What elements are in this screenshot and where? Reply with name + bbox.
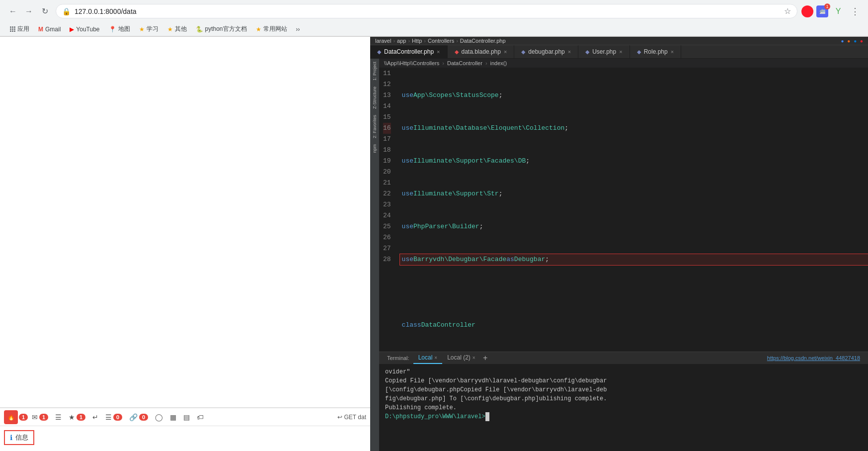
opera-icon[interactable] [801,5,813,17]
blade-file-icon: ◆ [455,49,459,55]
auth-icon: ◯ [155,413,163,421]
project-label[interactable]: 1: Project [370,59,379,84]
url-input[interactable]: 127.0.0.1:8000/data [75,7,780,15]
bookmark-youtube-label: YouTube [76,26,99,33]
tab-debugbar-php-label: debugbar.php [528,48,564,55]
tab-user-close[interactable]: × [619,49,622,55]
code-line-11: use App\Scopes\StatusScope; [400,90,868,101]
ide-tabs: ◆ DataController.php × ◆ data.blade.php … [370,45,868,59]
terminal-local1-label: Local [418,354,433,361]
tab-user[interactable]: ◆ User.php × [578,45,630,58]
terminal-tab-local2[interactable]: Local (2) × [442,352,480,364]
terminal-line-4: fig\debugbar.php] To [\config\debugbar.p… [385,394,862,403]
back-button[interactable]: ← [6,4,20,18]
debugbar-session-btn[interactable]: ▤ [180,412,193,423]
chrome-icon: ● [841,38,844,44]
structure-label[interactable]: Z-Structure [370,84,379,112]
bookmark-other[interactable]: ★ 其他 [163,23,191,35]
bookmark-apps[interactable]: 应用 [6,23,33,35]
debugbar-get-label: ↩ GET dat [337,414,366,421]
messages-badge: 1 [39,414,48,421]
terminal-tab1-close[interactable]: × [434,355,437,361]
top-right-icons: ● ● ● ● [841,38,863,44]
tab-debugbar-close[interactable]: × [568,49,571,55]
terminal-label: Terminal: [383,353,413,363]
bookmark-youtube[interactable]: ▶ YouTube [66,24,103,34]
terminal-content: ovider" Copied File [\vendor\barryvdh\la… [379,364,868,451]
other-icon: ★ [167,26,173,33]
bookmark-other-label: 其他 [175,25,187,33]
terminal-add-button[interactable]: + [480,353,490,363]
tab-role-close[interactable]: × [671,49,674,55]
tab-role[interactable]: ◆ Role.php × [630,45,681,58]
favorites-label[interactable]: 2: Favorites [370,112,379,141]
reload-button[interactable]: ↻ [38,4,52,18]
debugbar-models-btn[interactable]: 🔗 0 [126,412,151,423]
terminal-line-3: [\config\debugbar.phpCopied File [\vendo… [385,385,862,394]
address-bar[interactable]: 🔒 127.0.0.1:8000/data ☆ [56,4,797,18]
learn-icon: ★ [139,26,145,33]
terminal-tab-local1[interactable]: Local × [413,352,443,364]
path-sep2: › [485,60,487,66]
bookmark-maps[interactable]: 📍 地图 [105,23,134,35]
npm-label[interactable]: npm [370,141,379,156]
bookmark-common[interactable]: ★ 常用网站 [252,23,291,35]
tab-data-blade[interactable]: ◆ data.blade.php × [448,45,515,58]
debugbar-panel: ℹ 信息 [0,426,370,451]
youtube-icon: ▶ [70,26,74,33]
apps-icon [10,26,15,32]
browser-chrome: ← → ↻ 🔒 127.0.0.1:8000/data ☆ 🚈 1 Y ⋮ [0,0,868,37]
line-numbers: 11 12 13 14 15 16 17 18 19 20 21 22 23 2… [379,68,395,352]
messages-icon: ✉ [32,413,38,421]
lock-icon: 🔒 [62,7,71,15]
bookmark-python[interactable]: 🐍 python官方文档 [192,23,251,35]
bookmark-learn[interactable]: ★ 学习 [135,23,162,35]
code-editor[interactable]: 11 12 13 14 15 16 17 18 19 20 21 22 23 2… [379,68,868,352]
forward-button[interactable]: → [22,4,36,18]
bookmark-star-icon[interactable]: ☆ [784,6,791,16]
route-icon: ↵ [92,413,98,421]
code-line-16: use Barryvdh\Debugbar\Facade as Debugbar… [400,254,868,265]
main-area: 🔥 1 ✉ 1 ☰ ★ 1 ↵ [0,37,868,451]
csdn-link[interactable]: https://blog.csdn.net/weixin_44827418 [763,353,864,363]
code-line-17 [400,287,868,298]
path-sep1: › [442,60,444,66]
exceptions-icon: ★ [69,413,75,421]
menu-icon[interactable]: ⋮ [848,4,862,18]
bookmark-gmail[interactable]: M Gmail [34,24,65,34]
debugbar-route-btn[interactable]: ↵ [89,412,101,423]
debugbar-auth-btn[interactable]: ◯ [152,412,166,423]
terminal-panel: Terminal: Local × Local (2) × + https://… [379,352,868,451]
vpn-icon[interactable]: Y [831,4,845,18]
terminal-tab2-close[interactable]: × [473,355,475,361]
breadcrumb-app: app [397,38,406,44]
debugbar-exceptions-btn[interactable]: ★ 1 [66,412,88,423]
debugbar-logo[interactable]: 🔥 [4,410,18,424]
debugbar-queries-btn[interactable]: ☰ 0 [102,412,125,423]
extension-icon[interactable]: 🚈 1 [816,5,828,17]
ide-panel: laravel › app › Http › Controllers › Dat… [370,37,868,451]
python-icon: 🐍 [196,26,203,33]
terminal-tabs: Terminal: Local × Local (2) × + https://… [379,352,868,364]
debugbar-tags-btn[interactable]: 🏷 [194,412,207,423]
breadcrumb-file: DataController.php [460,38,506,44]
debugbar-messages-btn[interactable]: ✉ 1 [29,412,51,423]
models-badge: 0 [139,414,148,421]
gate-icon: ▦ [170,413,176,421]
debugbar: 🔥 1 ✉ 1 ☰ ★ 1 ↵ [0,407,370,451]
debugbar-gate-btn[interactable]: ▦ [167,412,179,423]
debugbar-timeline-btn[interactable]: ☰ [52,412,65,423]
tab-data-blade-close[interactable]: × [504,49,507,55]
tab-debugbar-php[interactable]: ◆ debugbar.php × [514,45,578,58]
tab-datacontroller-close[interactable]: × [437,49,440,55]
terminal-line-1: ovider" [385,367,862,376]
timeline-icon: ☰ [55,413,62,421]
user-file-icon: ◆ [585,49,589,55]
more-bookmarks-icon: ›› [296,26,300,33]
bookmark-more[interactable]: ›› [292,24,304,34]
sep2: › [408,38,410,44]
bookmark-gmail-label: Gmail [45,26,61,33]
debugbar-file-icon: ◆ [521,49,525,55]
tab-datacontroller[interactable]: ◆ DataController.php × [370,45,448,58]
code-line-12: use Illuminate\Database\Eloquent\Collect… [400,123,868,134]
